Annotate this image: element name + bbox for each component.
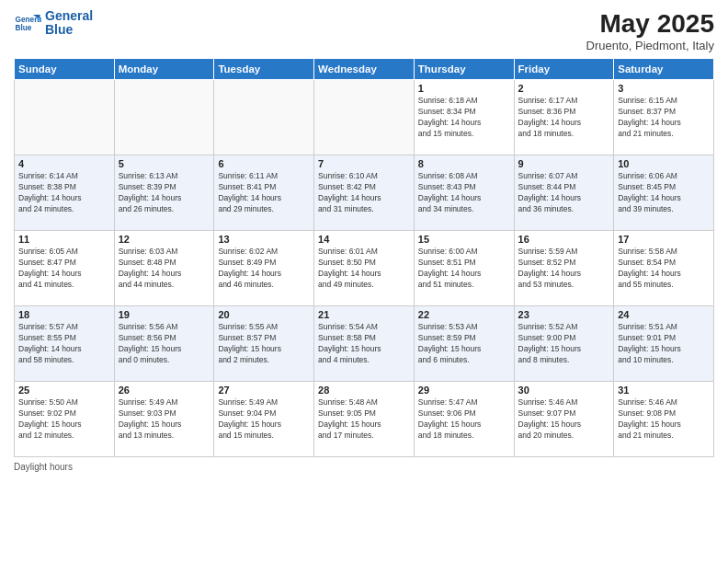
day-number: 1: [418, 83, 510, 94]
day-info: Sunrise: 6:18 AMSunset: 8:34 PMDaylight:…: [418, 96, 510, 140]
calendar-day-cell: 8Sunrise: 6:08 AMSunset: 8:43 PMDaylight…: [414, 155, 514, 231]
logo-icon: General Blue: [14, 9, 41, 37]
day-info: Sunrise: 6:01 AMSunset: 8:50 PMDaylight:…: [318, 247, 410, 291]
day-info: Sunrise: 6:11 AMSunset: 8:41 PMDaylight:…: [218, 171, 310, 215]
day-number: 22: [418, 309, 510, 320]
day-info: Sunrise: 6:03 AMSunset: 8:48 PMDaylight:…: [119, 247, 210, 291]
day-number: 12: [119, 234, 210, 245]
footer: Daylight hours: [14, 462, 714, 472]
daylight-hours-label: Daylight hours: [14, 462, 73, 472]
day-number: 21: [318, 309, 410, 320]
day-info: Sunrise: 5:49 AMSunset: 9:03 PMDaylight:…: [119, 397, 210, 442]
logo-blue: Blue: [45, 23, 93, 37]
page: General Blue General Blue May 2025 Druen…: [0, 0, 728, 563]
day-number: 17: [618, 234, 710, 245]
calendar-day-cell: 23Sunrise: 5:52 AMSunset: 9:00 PMDayligh…: [514, 306, 614, 382]
day-info: Sunrise: 6:14 AMSunset: 8:38 PMDaylight:…: [18, 171, 110, 215]
calendar-day-cell: 3Sunrise: 6:15 AMSunset: 8:37 PMDaylight…: [614, 80, 714, 155]
day-number: 24: [618, 309, 710, 320]
day-info: Sunrise: 5:56 AMSunset: 8:56 PMDaylight:…: [119, 322, 210, 366]
day-info: Sunrise: 5:53 AMSunset: 8:59 PMDaylight:…: [418, 322, 510, 366]
month-title: May 2025: [586, 9, 714, 39]
day-info: Sunrise: 5:48 AMSunset: 9:05 PMDaylight:…: [318, 397, 410, 442]
calendar-day-cell: 30Sunrise: 5:46 AMSunset: 9:07 PMDayligh…: [514, 382, 614, 457]
calendar-day-cell: 25Sunrise: 5:50 AMSunset: 9:02 PMDayligh…: [15, 382, 115, 457]
calendar-day-header: Monday: [114, 59, 214, 80]
day-number: 4: [18, 158, 110, 169]
day-info: Sunrise: 6:10 AMSunset: 8:42 PMDaylight:…: [318, 171, 410, 215]
day-number: 9: [518, 158, 610, 169]
calendar-day-cell: [314, 80, 415, 155]
calendar-day-cell: 21Sunrise: 5:54 AMSunset: 8:58 PMDayligh…: [314, 306, 415, 382]
calendar-table: SundayMondayTuesdayWednesdayThursdayFrid…: [14, 58, 714, 457]
day-info: Sunrise: 5:51 AMSunset: 9:01 PMDaylight:…: [618, 322, 710, 366]
day-number: 28: [318, 385, 410, 396]
logo-general: General: [45, 9, 93, 23]
day-info: Sunrise: 6:06 AMSunset: 8:45 PMDaylight:…: [618, 171, 710, 215]
day-info: Sunrise: 5:46 AMSunset: 9:07 PMDaylight:…: [518, 397, 610, 442]
calendar-day-cell: 28Sunrise: 5:48 AMSunset: 9:05 PMDayligh…: [314, 382, 415, 457]
day-number: 20: [218, 309, 310, 320]
day-number: 16: [518, 234, 610, 245]
calendar-day-cell: 11Sunrise: 6:05 AMSunset: 8:47 PMDayligh…: [15, 231, 115, 306]
day-number: 18: [18, 309, 110, 320]
day-info: Sunrise: 6:13 AMSunset: 8:39 PMDaylight:…: [119, 171, 210, 215]
calendar-day-cell: 24Sunrise: 5:51 AMSunset: 9:01 PMDayligh…: [614, 306, 714, 382]
day-info: Sunrise: 6:00 AMSunset: 8:51 PMDaylight:…: [418, 247, 510, 291]
header: General Blue General Blue May 2025 Druen…: [14, 9, 714, 52]
day-number: 10: [618, 158, 710, 169]
calendar-day-cell: 1Sunrise: 6:18 AMSunset: 8:34 PMDaylight…: [414, 80, 514, 155]
day-info: Sunrise: 5:58 AMSunset: 8:54 PMDaylight:…: [618, 247, 710, 291]
calendar-day-cell: 18Sunrise: 5:57 AMSunset: 8:55 PMDayligh…: [15, 306, 115, 382]
logo: General Blue General Blue: [14, 9, 93, 38]
calendar-day-cell: 19Sunrise: 5:56 AMSunset: 8:56 PMDayligh…: [114, 306, 214, 382]
calendar-day-cell: 9Sunrise: 6:07 AMSunset: 8:44 PMDaylight…: [514, 155, 614, 231]
calendar-day-cell: 22Sunrise: 5:53 AMSunset: 8:59 PMDayligh…: [414, 306, 514, 382]
day-info: Sunrise: 6:15 AMSunset: 8:37 PMDaylight:…: [618, 96, 710, 140]
calendar-header-row: SundayMondayTuesdayWednesdayThursdayFrid…: [15, 59, 714, 80]
calendar-day-header: Saturday: [614, 59, 714, 80]
calendar-day-cell: [15, 80, 115, 155]
day-info: Sunrise: 5:47 AMSunset: 9:06 PMDaylight:…: [418, 397, 510, 442]
day-number: 31: [618, 385, 710, 396]
day-info: Sunrise: 5:50 AMSunset: 9:02 PMDaylight:…: [18, 397, 110, 442]
calendar-day-cell: 12Sunrise: 6:03 AMSunset: 8:48 PMDayligh…: [114, 231, 214, 306]
calendar-day-header: Thursday: [414, 59, 514, 80]
location-subtitle: Druento, Piedmont, Italy: [586, 39, 714, 52]
calendar-day-cell: 27Sunrise: 5:49 AMSunset: 9:04 PMDayligh…: [214, 382, 314, 457]
day-number: 26: [119, 385, 210, 396]
day-info: Sunrise: 5:52 AMSunset: 9:00 PMDaylight:…: [518, 322, 610, 366]
day-number: 11: [18, 234, 110, 245]
calendar-day-cell: 10Sunrise: 6:06 AMSunset: 8:45 PMDayligh…: [614, 155, 714, 231]
calendar-day-cell: 4Sunrise: 6:14 AMSunset: 8:38 PMDaylight…: [15, 155, 115, 231]
day-info: Sunrise: 6:17 AMSunset: 8:36 PMDaylight:…: [518, 96, 610, 140]
day-number: 27: [218, 385, 310, 396]
day-number: 7: [318, 158, 410, 169]
day-number: 3: [618, 83, 710, 94]
calendar-day-header: Sunday: [15, 59, 115, 80]
day-info: Sunrise: 5:55 AMSunset: 8:57 PMDaylight:…: [218, 322, 310, 366]
calendar-day-cell: [114, 80, 214, 155]
day-info: Sunrise: 6:07 AMSunset: 8:44 PMDaylight:…: [518, 171, 610, 215]
calendar-day-cell: 26Sunrise: 5:49 AMSunset: 9:03 PMDayligh…: [114, 382, 214, 457]
calendar-day-cell: 29Sunrise: 5:47 AMSunset: 9:06 PMDayligh…: [414, 382, 514, 457]
day-info: Sunrise: 6:02 AMSunset: 8:49 PMDaylight:…: [218, 247, 310, 291]
calendar-week-row: 25Sunrise: 5:50 AMSunset: 9:02 PMDayligh…: [15, 382, 714, 457]
calendar-week-row: 11Sunrise: 6:05 AMSunset: 8:47 PMDayligh…: [15, 231, 714, 306]
day-number: 29: [418, 385, 510, 396]
calendar-day-cell: 31Sunrise: 5:46 AMSunset: 9:08 PMDayligh…: [614, 382, 714, 457]
calendar-day-cell: 5Sunrise: 6:13 AMSunset: 8:39 PMDaylight…: [114, 155, 214, 231]
calendar-day-cell: 15Sunrise: 6:00 AMSunset: 8:51 PMDayligh…: [414, 231, 514, 306]
calendar-day-cell: [214, 80, 314, 155]
day-number: 25: [18, 385, 110, 396]
day-info: Sunrise: 6:05 AMSunset: 8:47 PMDaylight:…: [18, 247, 110, 291]
day-number: 15: [418, 234, 510, 245]
calendar-day-cell: 2Sunrise: 6:17 AMSunset: 8:36 PMDaylight…: [514, 80, 614, 155]
day-info: Sunrise: 5:57 AMSunset: 8:55 PMDaylight:…: [18, 322, 110, 366]
calendar-day-cell: 20Sunrise: 5:55 AMSunset: 8:57 PMDayligh…: [214, 306, 314, 382]
title-block: May 2025 Druento, Piedmont, Italy: [586, 9, 714, 52]
calendar-day-cell: 7Sunrise: 6:10 AMSunset: 8:42 PMDaylight…: [314, 155, 415, 231]
day-number: 5: [119, 158, 210, 169]
calendar-week-row: 1Sunrise: 6:18 AMSunset: 8:34 PMDaylight…: [15, 80, 714, 155]
day-number: 2: [518, 83, 610, 94]
